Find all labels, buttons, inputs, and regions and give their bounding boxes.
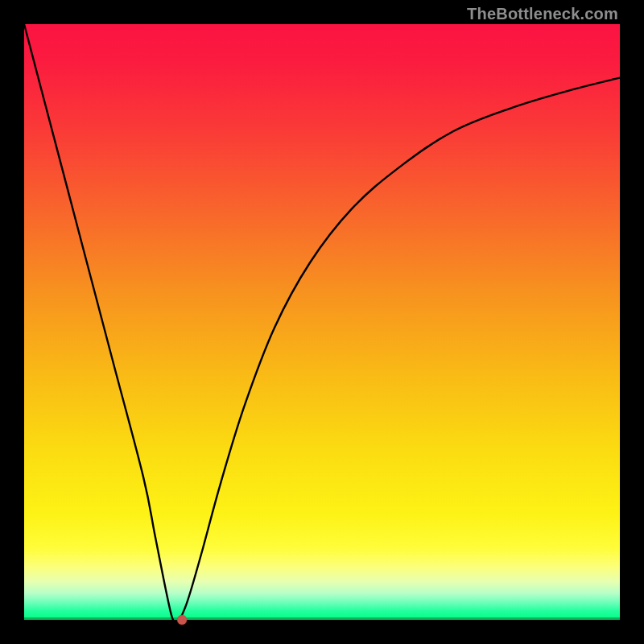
bottleneck-curve xyxy=(24,24,620,622)
curve-layer xyxy=(24,24,620,620)
optimal-point-marker xyxy=(177,615,187,625)
watermark-text: TheBottleneck.com xyxy=(467,5,618,23)
chart-frame: TheBottleneck.com xyxy=(0,0,644,644)
